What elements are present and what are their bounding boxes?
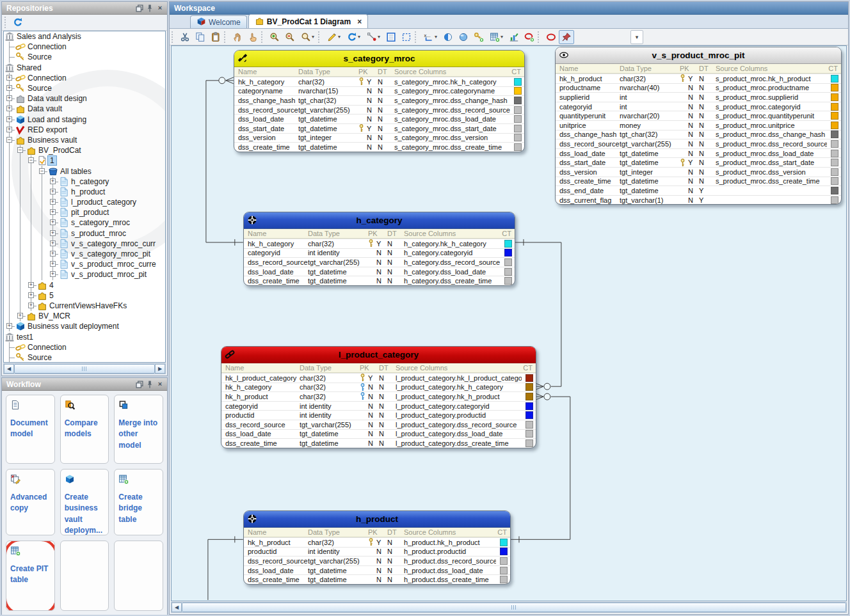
- tree-item-sales-and-analysis[interactable]: Sales and Analysis: [4, 31, 165, 42]
- tree-expander[interactable]: +: [6, 95, 12, 101]
- entity-header[interactable]: h_product: [244, 511, 510, 528]
- entity-row-dss_change_hash[interactable]: dss_change_hashtgt_char(32) N N s_catego…: [234, 95, 524, 105]
- entity-row-dss_change_hash[interactable]: dss_change_hashtgt_char(32) N N s_produc…: [556, 130, 841, 139]
- workflow-card-create-bridge-table[interactable]: Create bridge table: [114, 469, 163, 535]
- add-group-button[interactable]: [522, 30, 537, 44]
- float-panel-icon[interactable]: [135, 4, 144, 13]
- entity-row-dss_load_date[interactable]: dss_load_datetgt_datetime N N s_category…: [234, 114, 524, 123]
- tree-item-connection[interactable]: Connection: [4, 342, 165, 352]
- entity-row-dss_start_date[interactable]: dss_start_datetgt_datetime Y N s_categor…: [234, 123, 524, 133]
- validate-button[interactable]: [506, 30, 522, 44]
- tree-item-data-vault[interactable]: +Data vault: [4, 104, 165, 114]
- entity-row-dss_load_date[interactable]: dss_load_datetgt_datetime N N s_product_…: [556, 148, 841, 158]
- entity-row-dss_load_date[interactable]: dss_load_datetgt_datetime N N h_category…: [244, 267, 515, 276]
- entity-row-hk_h_category[interactable]: hk_h_categorychar(32) N N l_product_cate…: [221, 383, 536, 392]
- tree-item-business-vault[interactable]: −Business vault: [4, 135, 165, 145]
- tree-expander[interactable]: +: [50, 271, 56, 277]
- tree-item-s-product-mroc[interactable]: +s_product_mroc: [4, 228, 165, 239]
- entity-row-dss_create_time[interactable]: dss_create_timetgt_datetime N N s_produc…: [556, 177, 841, 186]
- tree-expander[interactable]: +: [50, 230, 56, 236]
- interactive-zoom-button[interactable]: [245, 30, 261, 44]
- tree-item-currentviewshavefks[interactable]: +CurrentViewsHaveFKs: [4, 301, 165, 311]
- tree-item-business-vault-deployment[interactable]: +Business vault deployment: [4, 321, 165, 331]
- entity-row-dss_start_date[interactable]: dss_start_datetgt_datetime Y N s_product…: [556, 157, 841, 167]
- entity-table-v_s_product_mroc_pit[interactable]: v_s_product_mroc_pit NameData Type PKDT …: [555, 47, 842, 205]
- close-tab-icon[interactable]: ×: [357, 17, 362, 26]
- tree-item-source[interactable]: +Source: [4, 83, 165, 93]
- workflow-card-create-pit-table[interactable]: Create PIT table: [6, 541, 55, 611]
- tree-expander[interactable]: +: [50, 241, 56, 246]
- entity-row-dss_record_source[interactable]: dss_record_sourcetgt_varchar(255) N N s_…: [556, 139, 841, 148]
- repositories-hscrollbar[interactable]: ◀ ▶: [3, 363, 166, 374]
- copy-button[interactable]: [193, 30, 208, 44]
- entity-row-categoryid[interactable]: categoryidint N N s_product_mroc.categor…: [556, 102, 841, 111]
- scroll-left-icon[interactable]: ◀: [172, 603, 182, 612]
- tree-item-connection[interactable]: Connection: [4, 42, 165, 52]
- tree-expander[interactable]: −: [39, 168, 45, 174]
- entity-row-productid[interactable]: productidint identity N N h_product.prod…: [244, 547, 510, 557]
- tree-expander[interactable]: +: [6, 75, 12, 81]
- tree-item-pit-product[interactable]: +pit_product: [4, 207, 165, 217]
- tree-item-red-export[interactable]: +RED export: [4, 125, 165, 135]
- zoom-button[interactable]: ▾: [298, 30, 317, 44]
- tree-item-source[interactable]: Source: [4, 52, 165, 62]
- entity-header[interactable]: l_product_category: [221, 347, 536, 363]
- entity-row-dss_record_source[interactable]: dss_record_sourcetgt_varchar(255) N N l_…: [221, 420, 536, 429]
- cut-button[interactable]: [177, 30, 193, 44]
- close-panel-icon[interactable]: ×: [156, 4, 164, 13]
- tree-item-l-product-category[interactable]: +l_product_category: [4, 197, 165, 207]
- tree-item-v-s-product-mroc-pit[interactable]: +v_s_product_mroc_pit: [4, 269, 165, 280]
- entity-row-dss_record_source[interactable]: dss_record_sourcetgt_varchar(255) N N s_…: [234, 105, 524, 115]
- entity-row-categoryid[interactable]: categoryidint identity N N h_category.ca…: [244, 248, 515, 258]
- tree-item-test1[interactable]: test1: [4, 331, 165, 342]
- tree-expander[interactable]: +: [50, 199, 56, 205]
- entity-row-hk_h_category[interactable]: hk_h_categorychar(32) Y N s_category_mro…: [234, 77, 524, 86]
- entity-table-s_category_mroc[interactable]: s_category_mroc NameData Type PKDT Sourc…: [234, 50, 525, 152]
- tree-item-h-product[interactable]: +h_product: [4, 187, 165, 197]
- scroll-left-icon[interactable]: ◀: [4, 364, 14, 374]
- tree-expander[interactable]: +: [50, 209, 56, 215]
- relationship-connector-4[interactable]: [208, 536, 243, 600]
- entity-header[interactable]: s_category_mroc: [234, 51, 524, 67]
- float-panel-icon[interactable]: [135, 380, 144, 389]
- scroll-right-icon[interactable]: ▶: [155, 364, 165, 374]
- pin-panel-icon[interactable]: [145, 4, 154, 13]
- entity-header[interactable]: h_category: [244, 212, 515, 229]
- tree-item-v-s-product-mroc-curre[interactable]: +v_s_product_mroc_curre: [4, 259, 165, 269]
- tree-item-v-s-category-mroc-curr[interactable]: +v_s_category_mroc_curr: [4, 239, 165, 249]
- tree-item-bv-prodcat[interactable]: −BV_ProdCat: [4, 145, 165, 155]
- entity-row-dss_version[interactable]: dss_versiontgt_integer N N s_product_mro…: [556, 167, 841, 177]
- rotate-button[interactable]: ▾: [344, 30, 364, 44]
- canvas-hscrollbar[interactable]: ◀: [171, 602, 847, 613]
- scroll-thumb[interactable]: [14, 364, 155, 374]
- entity-row-productid[interactable]: productidint identity N N l_product_cate…: [221, 410, 536, 420]
- select-area-button[interactable]: [399, 30, 414, 44]
- tree-expander[interactable]: +: [6, 116, 12, 122]
- entity-row-dss_create_time[interactable]: dss_create_timetgt_datetime N N h_catego…: [244, 276, 515, 285]
- zoom-out-button[interactable]: [282, 30, 298, 44]
- tree-expander[interactable]: −: [28, 157, 34, 163]
- tab-welcome[interactable]: Welcome: [190, 15, 247, 28]
- entity-row-hk_h_product[interactable]: hk_h_productchar(32) N N l_product_categ…: [221, 391, 536, 401]
- workflow-card-advanced-copy[interactable]: Advanced copy: [6, 469, 55, 535]
- entity-table-l_product_category[interactable]: l_product_category NameData Type PKDT So…: [221, 346, 536, 448]
- tree-expander[interactable]: +: [6, 106, 12, 111]
- entity-row-dss_create_time[interactable]: dss_create_timetgt_datetime N N l_produc…: [221, 438, 536, 448]
- tree-expander[interactable]: +: [28, 292, 34, 298]
- entity-row-categoryid[interactable]: categoryidint identity N N l_product_cat…: [221, 401, 536, 411]
- entity-table-h_product[interactable]: h_product NameData Type PKDT Source Colu…: [243, 510, 511, 585]
- pin-panel-icon[interactable]: [145, 380, 154, 389]
- tree-item-connection[interactable]: +Connection: [4, 73, 165, 83]
- tree-expander[interactable]: +: [6, 85, 12, 91]
- entity-row-hk_h_product[interactable]: hk_h_productchar(32) Y N s_product_mroc.…: [556, 74, 841, 83]
- display-half-button[interactable]: [440, 30, 456, 44]
- entity-header[interactable]: v_s_product_mroc_pit: [556, 47, 841, 64]
- connector-style-button[interactable]: ▾: [364, 30, 383, 44]
- scroll-thumb[interactable]: [182, 603, 846, 612]
- refresh-button[interactable]: [10, 15, 26, 29]
- tree-expander[interactable]: −: [6, 137, 12, 143]
- entity-row-hk_h_product[interactable]: hk_h_productchar(32) Y N h_product.hk_h_…: [244, 537, 510, 547]
- tree-expander[interactable]: +: [50, 178, 56, 184]
- sort-columns-button[interactable]: x...▾: [421, 30, 440, 44]
- workflow-card-compare-models[interactable]: Compare models: [60, 395, 109, 464]
